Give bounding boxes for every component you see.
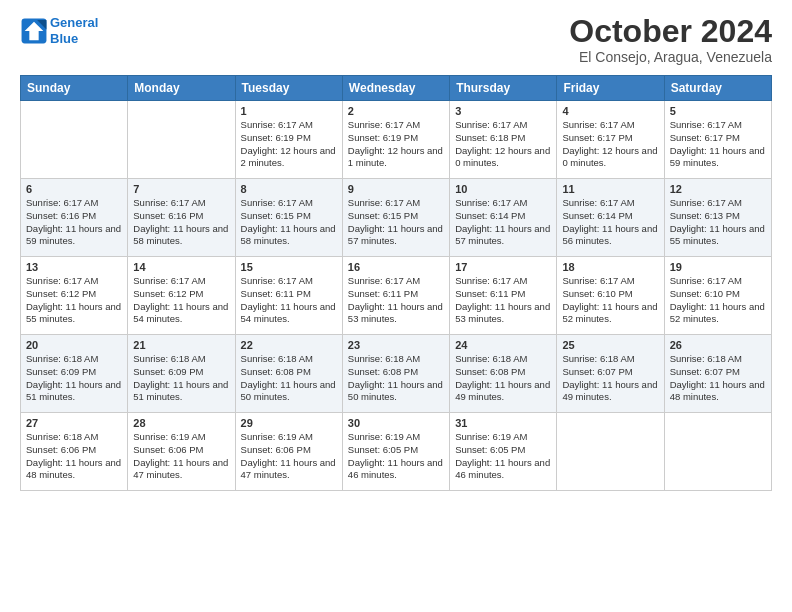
sunset-text: Sunset: 6:15 PM [348, 210, 444, 223]
calendar-header-row: SundayMondayTuesdayWednesdayThursdayFrid… [21, 76, 772, 101]
sunrise-text: Sunrise: 6:17 AM [348, 119, 444, 132]
sunrise-text: Sunrise: 6:17 AM [26, 197, 122, 210]
day-number: 18 [562, 261, 658, 273]
sunset-text: Sunset: 6:05 PM [455, 444, 551, 457]
daylight-text: Daylight: 11 hours and 54 minutes. [133, 301, 229, 327]
calendar-cell: 27Sunrise: 6:18 AMSunset: 6:06 PMDayligh… [21, 413, 128, 491]
col-header-monday: Monday [128, 76, 235, 101]
daylight-text: Daylight: 11 hours and 53 minutes. [455, 301, 551, 327]
day-number: 14 [133, 261, 229, 273]
calendar-cell: 28Sunrise: 6:19 AMSunset: 6:06 PMDayligh… [128, 413, 235, 491]
cell-content: Sunrise: 6:17 AMSunset: 6:16 PMDaylight:… [133, 197, 229, 248]
daylight-text: Daylight: 11 hours and 52 minutes. [562, 301, 658, 327]
sunset-text: Sunset: 6:10 PM [670, 288, 766, 301]
calendar-cell [664, 413, 771, 491]
page: General Blue October 2024 El Consejo, Ar… [0, 0, 792, 612]
daylight-text: Daylight: 11 hours and 58 minutes. [241, 223, 337, 249]
cell-content: Sunrise: 6:17 AMSunset: 6:10 PMDaylight:… [562, 275, 658, 326]
sunrise-text: Sunrise: 6:17 AM [348, 275, 444, 288]
sunrise-text: Sunrise: 6:17 AM [455, 275, 551, 288]
cell-content: Sunrise: 6:18 AMSunset: 6:08 PMDaylight:… [455, 353, 551, 404]
day-number: 13 [26, 261, 122, 273]
day-number: 11 [562, 183, 658, 195]
day-number: 15 [241, 261, 337, 273]
sunrise-text: Sunrise: 6:19 AM [348, 431, 444, 444]
calendar-cell: 29Sunrise: 6:19 AMSunset: 6:06 PMDayligh… [235, 413, 342, 491]
day-number: 9 [348, 183, 444, 195]
day-number: 22 [241, 339, 337, 351]
daylight-text: Daylight: 11 hours and 49 minutes. [455, 379, 551, 405]
daylight-text: Daylight: 11 hours and 46 minutes. [348, 457, 444, 483]
daylight-text: Daylight: 11 hours and 53 minutes. [348, 301, 444, 327]
day-number: 19 [670, 261, 766, 273]
daylight-text: Daylight: 11 hours and 52 minutes. [670, 301, 766, 327]
day-number: 21 [133, 339, 229, 351]
day-number: 5 [670, 105, 766, 117]
daylight-text: Daylight: 12 hours and 2 minutes. [241, 145, 337, 171]
logo-icon [20, 17, 48, 45]
sunset-text: Sunset: 6:11 PM [455, 288, 551, 301]
calendar-cell: 8Sunrise: 6:17 AMSunset: 6:15 PMDaylight… [235, 179, 342, 257]
day-number: 27 [26, 417, 122, 429]
col-header-tuesday: Tuesday [235, 76, 342, 101]
daylight-text: Daylight: 11 hours and 47 minutes. [241, 457, 337, 483]
sunset-text: Sunset: 6:17 PM [670, 132, 766, 145]
calendar-cell: 7Sunrise: 6:17 AMSunset: 6:16 PMDaylight… [128, 179, 235, 257]
day-number: 16 [348, 261, 444, 273]
calendar-cell: 30Sunrise: 6:19 AMSunset: 6:05 PMDayligh… [342, 413, 449, 491]
calendar-cell: 9Sunrise: 6:17 AMSunset: 6:15 PMDaylight… [342, 179, 449, 257]
sunrise-text: Sunrise: 6:17 AM [455, 119, 551, 132]
calendar-cell [557, 413, 664, 491]
calendar-cell: 16Sunrise: 6:17 AMSunset: 6:11 PMDayligh… [342, 257, 449, 335]
sunset-text: Sunset: 6:12 PM [133, 288, 229, 301]
day-number: 31 [455, 417, 551, 429]
calendar-table: SundayMondayTuesdayWednesdayThursdayFrid… [20, 75, 772, 491]
calendar-cell: 6Sunrise: 6:17 AMSunset: 6:16 PMDaylight… [21, 179, 128, 257]
daylight-text: Daylight: 12 hours and 0 minutes. [562, 145, 658, 171]
sunrise-text: Sunrise: 6:17 AM [562, 119, 658, 132]
sunrise-text: Sunrise: 6:17 AM [670, 119, 766, 132]
cell-content: Sunrise: 6:18 AMSunset: 6:08 PMDaylight:… [241, 353, 337, 404]
cell-content: Sunrise: 6:19 AMSunset: 6:06 PMDaylight:… [241, 431, 337, 482]
cell-content: Sunrise: 6:17 AMSunset: 6:11 PMDaylight:… [455, 275, 551, 326]
cell-content: Sunrise: 6:17 AMSunset: 6:19 PMDaylight:… [241, 119, 337, 170]
calendar-week-row: 13Sunrise: 6:17 AMSunset: 6:12 PMDayligh… [21, 257, 772, 335]
calendar-cell: 31Sunrise: 6:19 AMSunset: 6:05 PMDayligh… [450, 413, 557, 491]
day-number: 4 [562, 105, 658, 117]
daylight-text: Daylight: 11 hours and 59 minutes. [26, 223, 122, 249]
sunrise-text: Sunrise: 6:17 AM [241, 197, 337, 210]
logo-line2: Blue [50, 31, 78, 46]
logo: General Blue [20, 15, 98, 46]
cell-content: Sunrise: 6:17 AMSunset: 6:10 PMDaylight:… [670, 275, 766, 326]
sunset-text: Sunset: 6:07 PM [562, 366, 658, 379]
sunrise-text: Sunrise: 6:17 AM [670, 275, 766, 288]
daylight-text: Daylight: 11 hours and 51 minutes. [133, 379, 229, 405]
daylight-text: Daylight: 11 hours and 49 minutes. [562, 379, 658, 405]
cell-content: Sunrise: 6:17 AMSunset: 6:18 PMDaylight:… [455, 119, 551, 170]
day-number: 23 [348, 339, 444, 351]
day-number: 6 [26, 183, 122, 195]
col-header-friday: Friday [557, 76, 664, 101]
day-number: 10 [455, 183, 551, 195]
title-block: October 2024 El Consejo, Aragua, Venezue… [569, 15, 772, 65]
col-header-thursday: Thursday [450, 76, 557, 101]
cell-content: Sunrise: 6:17 AMSunset: 6:15 PMDaylight:… [241, 197, 337, 248]
cell-content: Sunrise: 6:17 AMSunset: 6:15 PMDaylight:… [348, 197, 444, 248]
daylight-text: Daylight: 11 hours and 58 minutes. [133, 223, 229, 249]
sunset-text: Sunset: 6:08 PM [241, 366, 337, 379]
sunset-text: Sunset: 6:08 PM [348, 366, 444, 379]
sunrise-text: Sunrise: 6:18 AM [562, 353, 658, 366]
sunset-text: Sunset: 6:19 PM [241, 132, 337, 145]
calendar-cell: 24Sunrise: 6:18 AMSunset: 6:08 PMDayligh… [450, 335, 557, 413]
header: General Blue October 2024 El Consejo, Ar… [20, 15, 772, 65]
calendar-cell: 18Sunrise: 6:17 AMSunset: 6:10 PMDayligh… [557, 257, 664, 335]
cell-content: Sunrise: 6:17 AMSunset: 6:19 PMDaylight:… [348, 119, 444, 170]
sunrise-text: Sunrise: 6:18 AM [133, 353, 229, 366]
daylight-text: Daylight: 11 hours and 50 minutes. [348, 379, 444, 405]
sunset-text: Sunset: 6:11 PM [348, 288, 444, 301]
cell-content: Sunrise: 6:17 AMSunset: 6:12 PMDaylight:… [26, 275, 122, 326]
day-number: 8 [241, 183, 337, 195]
calendar-week-row: 27Sunrise: 6:18 AMSunset: 6:06 PMDayligh… [21, 413, 772, 491]
cell-content: Sunrise: 6:18 AMSunset: 6:08 PMDaylight:… [348, 353, 444, 404]
sunset-text: Sunset: 6:13 PM [670, 210, 766, 223]
